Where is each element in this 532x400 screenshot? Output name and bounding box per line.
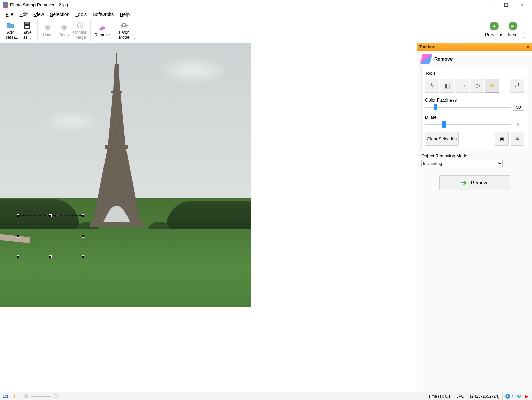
save-as-button[interactable]: Save as... — [19, 20, 35, 41]
tool-rectangle-select[interactable]: ▭ — [455, 79, 469, 93]
resize-handle-se[interactable] — [82, 255, 84, 258]
toolbox-title: Toolbox — [419, 45, 526, 49]
fit-to-screen-button[interactable] — [11, 392, 21, 400]
folder-open-icon — [7, 21, 15, 29]
maximize-button[interactable]: ☐ — [498, 0, 514, 10]
color-fuzziness-label: Color Fuzziness — [425, 97, 524, 103]
redo-arrow-icon — [60, 24, 68, 32]
svg-line-15 — [122, 27, 122, 28]
resize-handle-ne[interactable] — [82, 214, 84, 217]
save-mask-icon: ▣ — [500, 136, 504, 141]
add-files-label: Add File(s)... — [3, 30, 19, 40]
toolbox-close-icon[interactable]: ✕ — [526, 45, 530, 50]
tool-marker[interactable]: ✎ — [425, 79, 439, 93]
toolbar-overflow-chevron-icon[interactable]: ▾ — [132, 37, 136, 40]
add-files-button[interactable]: Add File(s)... — [3, 20, 19, 41]
twitter-icon[interactable]: 🐦 — [516, 394, 523, 399]
facebook-icon[interactable]: f — [511, 394, 514, 399]
zoom-out-button[interactable]: − — [24, 394, 28, 398]
resize-handle-n[interactable] — [49, 214, 52, 217]
minimize-button[interactable]: ─ — [483, 0, 498, 10]
zoom-in-button[interactable]: + — [54, 394, 58, 398]
remove-action-label: Remove — [471, 180, 488, 185]
save-mask-button[interactable]: ▣ — [495, 132, 509, 146]
undo-arrow-icon — [44, 24, 52, 32]
floppy-disk-icon — [23, 21, 31, 29]
selection-marquee[interactable] — [18, 215, 83, 257]
svg-marker-18 — [113, 64, 120, 91]
tools-group: Tools ✎ ◧ ▭ ⬭ ✦ ⛉ Color Fuzziness 50 — [421, 67, 528, 149]
lasso-icon: ⬭ — [475, 82, 480, 89]
previous-button[interactable]: ◄ Previous — [485, 22, 503, 40]
window-controls: ─ ☐ ✕ — [483, 0, 529, 10]
app-icon — [3, 2, 8, 8]
resize-handle-w[interactable] — [17, 235, 19, 238]
resize-handle-e[interactable] — [82, 235, 84, 238]
arrow-right-icon: ► — [509, 22, 517, 30]
tool-clone-stamp[interactable]: ⛉ — [510, 79, 524, 93]
close-button[interactable]: ✕ — [514, 0, 529, 10]
titlebar: Photo Stamp Remover - 2.jpg ─ ☐ ✕ — [0, 0, 532, 10]
menu-softorbits[interactable]: SoftOrbits — [90, 10, 117, 18]
svg-rect-19 — [111, 91, 122, 93]
remove-action-button[interactable]: ➔ Remove — [439, 175, 510, 190]
menu-help[interactable]: Help — [117, 10, 133, 18]
youtube-icon[interactable]: ▶ — [524, 394, 529, 399]
eiffel-tower-icon — [90, 53, 144, 233]
load-mask-button[interactable]: ▤ — [511, 132, 524, 146]
status-time: Time (s): 0.1 — [425, 392, 454, 400]
save-as-label: Save as... — [19, 30, 35, 40]
redo-button[interactable]: Redo — [56, 20, 72, 41]
resize-handle-nw[interactable] — [17, 214, 19, 217]
magic-wand-icon: ✦ — [489, 82, 494, 89]
next-button[interactable]: ► Next — [508, 22, 518, 40]
canvas[interactable] — [0, 43, 417, 392]
tool-freeform-select[interactable]: ⬭ — [470, 79, 484, 93]
stamp-icon: ⛉ — [514, 82, 520, 89]
svg-rect-21 — [105, 145, 128, 149]
toolbox-panel: Toolbox ✕ Remove Tools ✎ ◧ ▭ ⬭ ✦ ⛉ Color — [417, 43, 532, 392]
menu-tools[interactable]: Tools — [72, 10, 90, 18]
pencil-icon: ✎ — [430, 82, 435, 89]
zoom-slider[interactable] — [31, 396, 51, 397]
menu-selection[interactable]: Selection — [47, 10, 73, 18]
load-mask-icon: ▤ — [515, 136, 519, 141]
original-image-label: Original Image — [72, 30, 88, 40]
batch-mode-button[interactable]: Batch Mode — [116, 20, 132, 41]
dilate-label: Dilate — [425, 115, 524, 120]
color-fuzziness-value[interactable]: 50 — [513, 104, 524, 111]
undo-label: Undo — [43, 33, 53, 38]
menu-file[interactable]: File — [3, 10, 17, 18]
svg-rect-17 — [116, 53, 117, 64]
remove-section-icon — [420, 54, 432, 64]
info-icon[interactable]: i — [505, 394, 510, 399]
tool-magic-wand[interactable]: ✦ — [485, 79, 499, 93]
slider-thumb[interactable] — [434, 104, 437, 110]
svg-marker-20 — [108, 93, 125, 145]
tool-eraser[interactable]: ◧ — [440, 79, 454, 93]
remove-toolbar-button[interactable]: Remove — [93, 20, 112, 41]
undo-button[interactable]: Undo — [40, 20, 56, 41]
original-image-button[interactable]: Original Image — [72, 20, 88, 41]
menu-view[interactable]: View — [31, 10, 47, 18]
resize-handle-sw[interactable] — [17, 255, 19, 258]
window-title: Photo Stamp Remover - 2.jpg — [10, 2, 483, 7]
nav-overflow-chevron-icon[interactable]: ▾ — [523, 36, 527, 39]
fit-screen-icon — [14, 395, 18, 398]
color-fuzziness-slider[interactable] — [425, 104, 511, 110]
dilate-value[interactable]: 2 — [513, 121, 524, 128]
object-removing-mode-select[interactable]: Inpainting — [421, 160, 503, 167]
menu-edit[interactable]: Edit — [17, 10, 31, 18]
clear-selection-button[interactable]: Clear Selection — [425, 132, 459, 146]
svg-rect-2 — [25, 22, 29, 24]
zoom-ratio[interactable]: 1:1 — [0, 392, 11, 400]
dilate-slider[interactable] — [425, 121, 511, 128]
svg-line-13 — [122, 23, 122, 24]
rectangle-select-icon: ▭ — [459, 82, 465, 89]
svg-rect-1 — [25, 26, 29, 28]
slider-thumb[interactable] — [442, 121, 446, 128]
menubar: File Edit View Selection Tools SoftOrbit… — [0, 10, 532, 18]
toolbox-header[interactable]: Toolbox ✕ — [417, 43, 532, 51]
history-clock-icon — [76, 21, 84, 29]
resize-handle-s[interactable] — [49, 255, 52, 258]
